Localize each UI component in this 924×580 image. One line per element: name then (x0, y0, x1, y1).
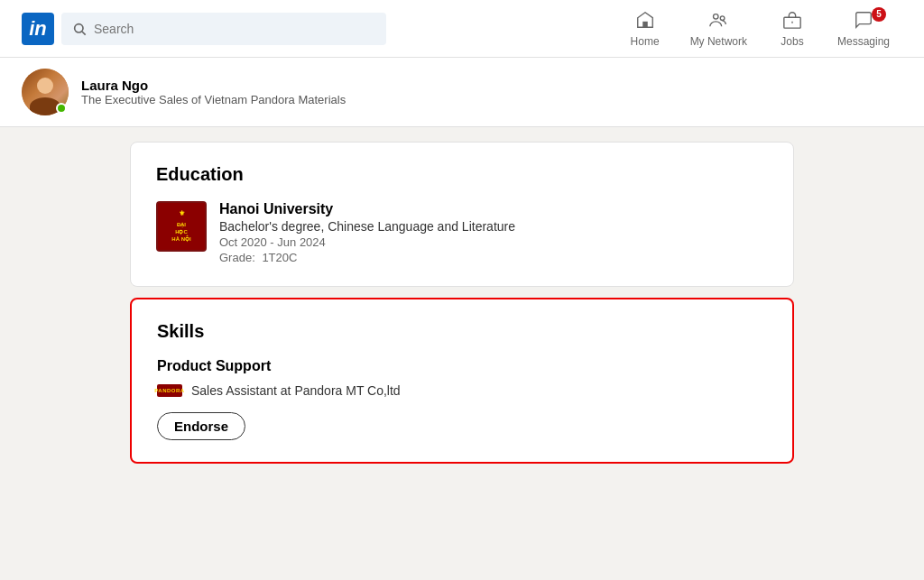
online-indicator (56, 103, 67, 114)
endorser-logo: PANDORA (157, 384, 182, 397)
profile-title: The Executive Sales of Vietnam Pandora M… (81, 93, 346, 106)
nav-item-messaging[interactable]: 5 Messaging (825, 0, 902, 58)
skills-card: Skills Product Support PANDORA Sales Ass… (130, 298, 794, 464)
grade-value: 1T20C (262, 251, 297, 264)
profile-info: Laura Ngo The Executive Sales of Vietnam… (81, 78, 346, 106)
navbar: in Home My Network (0, 0, 924, 58)
avatar-container (22, 69, 69, 115)
education-details: Hanoi University Bachelor's degree, Chin… (219, 201, 515, 264)
nav-label-jobs: Jobs (781, 35, 803, 48)
profile-header: Laura Ngo The Executive Sales of Vietnam… (0, 58, 924, 127)
education-grade: Grade: 1T20C (219, 251, 515, 264)
degree: Bachelor's degree, Chinese Language and … (219, 219, 515, 234)
education-section-title: Education (156, 164, 768, 185)
university-logo: ⚜ ĐẠIHỌCHÀ NỘI (156, 201, 207, 252)
nav-item-my-network[interactable]: My Network (678, 0, 760, 58)
nav-label-my-network: My Network (690, 35, 747, 48)
search-icon (72, 22, 87, 36)
messaging-icon (854, 10, 873, 32)
search-input[interactable] (94, 22, 375, 36)
school-name: Hanoi University (219, 201, 515, 217)
main-content: Education ⚜ ĐẠIHỌCHÀ NỘI Hanoi Universit… (119, 142, 805, 464)
endorser-text: Sales Assistant at Pandora MT Co,ltd (191, 383, 401, 398)
jobs-icon (782, 10, 802, 32)
nav-item-home[interactable]: Home (616, 0, 674, 58)
grade-label: Grade: (219, 251, 255, 264)
education-card: Education ⚜ ĐẠIHỌCHÀ NỘI Hanoi Universit… (130, 142, 794, 287)
search-bar[interactable] (61, 13, 386, 45)
profile-name: Laura Ngo (81, 78, 346, 93)
svg-point-4 (721, 15, 725, 20)
education-entry: ⚜ ĐẠIHỌCHÀ NỘI Hanoi University Bachelor… (156, 201, 768, 264)
nav-label-messaging: Messaging (837, 35, 890, 48)
svg-line-1 (82, 32, 86, 35)
home-icon (635, 10, 655, 32)
nav-item-jobs[interactable]: Jobs (763, 0, 821, 58)
skills-section-title: Skills (157, 321, 767, 342)
education-dates: Oct 2020 - Jun 2024 (219, 235, 515, 249)
skill-name: Product Support (157, 358, 767, 374)
my-network-icon (708, 10, 728, 32)
nav-label-home: Home (631, 35, 660, 48)
skill-endorser: PANDORA Sales Assistant at Pandora MT Co… (157, 383, 767, 398)
svg-point-0 (75, 23, 83, 32)
svg-rect-2 (642, 21, 648, 26)
nav-items: Home My Network J (616, 0, 902, 58)
messaging-badge: 5 (872, 7, 886, 22)
endorse-button[interactable]: Endorse (157, 412, 245, 440)
svg-point-3 (714, 14, 719, 18)
linkedin-logo[interactable]: in (22, 13, 54, 45)
